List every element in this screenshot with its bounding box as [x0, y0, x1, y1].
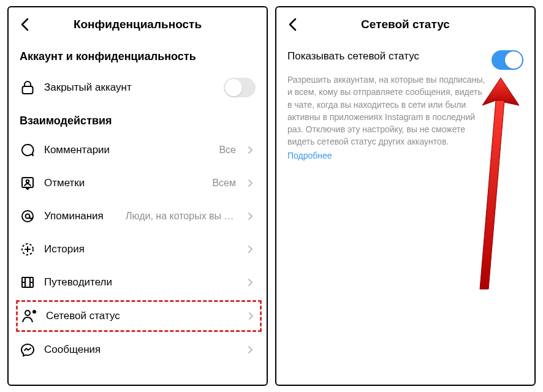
mentions-label: Упоминания: [44, 210, 117, 222]
page-title: Сетевой статус: [284, 18, 527, 31]
private-account-toggle[interactable]: [224, 78, 256, 97]
tags-label: Отметки: [44, 177, 203, 189]
comments-row[interactable]: Комментарии Все: [9, 134, 267, 167]
story-label: История: [44, 243, 236, 255]
section-interactions-title: Взаимодействия: [9, 106, 267, 134]
chevron-right-icon: [245, 244, 256, 255]
private-account-row[interactable]: Закрытый аккаунт: [9, 69, 267, 106]
chevron-left-icon: [288, 18, 297, 31]
lock-icon: [20, 80, 36, 96]
activity-status-screen: Сетевой статус Показывать сетевой статус…: [275, 6, 536, 386]
page-title: Конфиденциальность: [16, 18, 259, 31]
chevron-right-icon: [245, 211, 256, 222]
learn-more-link[interactable]: Подробнее: [287, 151, 332, 160]
header: Сетевой статус: [276, 7, 534, 42]
guides-row[interactable]: Путеводители: [9, 266, 267, 299]
guides-icon: [20, 274, 36, 290]
back-button[interactable]: [16, 16, 33, 33]
tags-value: Всем: [212, 178, 236, 189]
show-activity-block: Показывать сетевой статус Разрешить акка…: [276, 42, 534, 170]
activity-status-label: Сетевой статус: [46, 310, 237, 322]
comments-value: Все: [219, 145, 236, 156]
messages-label: Сообщения: [44, 344, 236, 356]
show-activity-title: Показывать сетевой статус: [287, 50, 484, 62]
messages-row[interactable]: Сообщения: [9, 333, 267, 366]
chevron-right-icon: [245, 344, 256, 355]
at-icon: [20, 208, 36, 224]
guides-label: Путеводители: [44, 276, 236, 288]
tags-row[interactable]: Отметки Всем: [9, 167, 267, 200]
activity-status-icon: [21, 308, 37, 324]
svg-point-7: [25, 311, 30, 315]
messenger-icon: [20, 342, 36, 358]
svg-point-8: [32, 310, 36, 314]
svg-point-2: [26, 180, 29, 183]
chevron-right-icon: [245, 178, 256, 189]
comments-label: Комментарии: [44, 144, 210, 156]
chevron-left-icon: [20, 18, 29, 31]
chevron-right-icon: [245, 145, 256, 156]
story-row[interactable]: История: [9, 233, 267, 266]
section-account-title: Аккаунт и конфиденциальность: [9, 42, 267, 69]
comment-icon: [20, 142, 36, 158]
svg-rect-0: [23, 86, 33, 94]
svg-point-3: [22, 211, 33, 222]
private-account-label: Закрытый аккаунт: [44, 81, 215, 94]
svg-point-4: [26, 214, 30, 219]
header: Конфиденциальность: [9, 7, 267, 42]
mentions-row[interactable]: Упоминания Люди, на которых вы п…: [9, 200, 267, 233]
chevron-right-icon: [245, 311, 256, 322]
mentions-value: Люди, на которых вы п…: [126, 211, 236, 222]
show-activity-toggle[interactable]: [492, 50, 523, 70]
story-add-icon: [20, 241, 36, 257]
show-activity-description: Разрешить аккаунтам, на которые вы подпи…: [287, 74, 523, 148]
activity-status-row[interactable]: Сетевой статус: [18, 304, 260, 328]
tag-person-icon: [20, 175, 36, 191]
privacy-screen: Конфиденциальность Аккаунт и конфиденциа…: [7, 6, 268, 386]
chevron-right-icon: [245, 277, 256, 288]
highlight-annotation: Сетевой статус: [16, 300, 262, 332]
back-button[interactable]: [284, 16, 301, 33]
